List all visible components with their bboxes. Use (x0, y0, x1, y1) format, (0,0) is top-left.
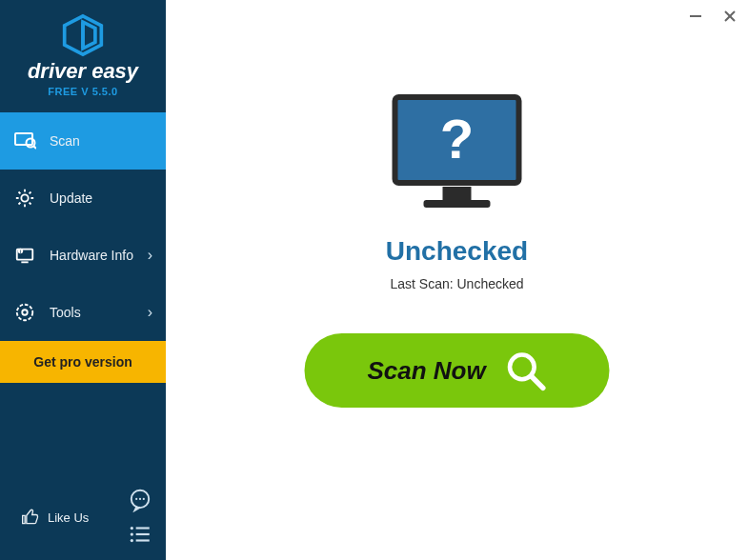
sidebar-item-hardware-info[interactable]: i Hardware Info › (0, 227, 166, 284)
sidebar-bottom: Like Us (0, 476, 166, 560)
sidebar-nav: Scan Update i Hardware Info › Tools (0, 112, 166, 341)
status-title: Unchecked (166, 236, 748, 267)
svg-rect-9 (21, 261, 28, 263)
sidebar-item-label: Update (50, 190, 92, 206)
thumbs-up-icon (21, 508, 40, 527)
speech-bubble-icon (128, 488, 152, 512)
svg-text:i: i (20, 250, 21, 254)
scan-now-label: Scan Now (367, 356, 485, 386)
get-pro-button[interactable]: Get pro version (0, 341, 166, 383)
sidebar-item-label: Hardware Info (50, 248, 133, 263)
brand-name: driver easy (0, 59, 166, 84)
tools-icon (13, 301, 36, 324)
svg-point-5 (21, 194, 28, 201)
minimize-icon (688, 9, 703, 24)
svg-point-11 (22, 310, 28, 315)
sidebar-item-tools[interactable]: Tools › (0, 284, 166, 341)
logo-block: driver easy FREE V 5.5.0 (0, 0, 166, 103)
svg-line-4 (33, 146, 36, 149)
svg-point-15 (143, 498, 145, 500)
app-window: driver easy FREE V 5.5.0 Scan Update i (0, 0, 748, 560)
svg-point-10 (17, 305, 33, 321)
close-icon (722, 9, 738, 24)
brand-version: FREE V 5.5.0 (0, 86, 166, 97)
scan-icon (13, 130, 36, 152)
sidebar: driver easy FREE V 5.5.0 Scan Update i (0, 0, 166, 560)
gear-icon (13, 187, 36, 210)
list-menu-icon (128, 522, 152, 547)
chevron-right-icon: › (148, 247, 152, 264)
sidebar-bottom-icons (128, 488, 152, 547)
menu-button[interactable] (128, 522, 152, 547)
main-panel: ? Unchecked Last Scan: Unchecked Scan No… (166, 0, 748, 560)
like-us-label: Like Us (48, 510, 89, 525)
feedback-button[interactable] (128, 488, 152, 512)
svg-point-3 (27, 139, 35, 148)
svg-point-16 (131, 527, 133, 530)
svg-rect-26 (443, 187, 472, 200)
chevron-right-icon: › (148, 304, 152, 321)
svg-point-18 (131, 532, 133, 535)
svg-text:?: ? (440, 108, 474, 170)
scan-now-button[interactable]: Scan Now (305, 333, 610, 408)
like-us-button[interactable]: Like Us (21, 508, 89, 527)
get-pro-label: Get pro version (33, 354, 131, 370)
sidebar-item-label: Scan (50, 133, 80, 149)
sidebar-item-update[interactable]: Update (0, 170, 166, 227)
svg-point-14 (139, 498, 141, 500)
svg-point-20 (131, 539, 133, 542)
svg-rect-27 (424, 200, 491, 208)
hardware-icon: i (13, 244, 36, 267)
svg-point-13 (135, 498, 137, 500)
status-area: ? Unchecked Last Scan: Unchecked Scan No… (166, 91, 748, 408)
close-button[interactable] (721, 8, 738, 25)
last-scan-label: Last Scan: Unchecked (166, 276, 748, 291)
svg-line-30 (532, 376, 543, 388)
sidebar-item-label: Tools (50, 305, 81, 320)
minimize-button[interactable] (687, 8, 704, 25)
sidebar-item-scan[interactable]: Scan (0, 112, 166, 170)
app-logo-icon (61, 13, 105, 57)
window-controls (687, 8, 738, 25)
monitor-question-icon: ? (386, 91, 529, 215)
magnifier-icon (505, 350, 547, 391)
